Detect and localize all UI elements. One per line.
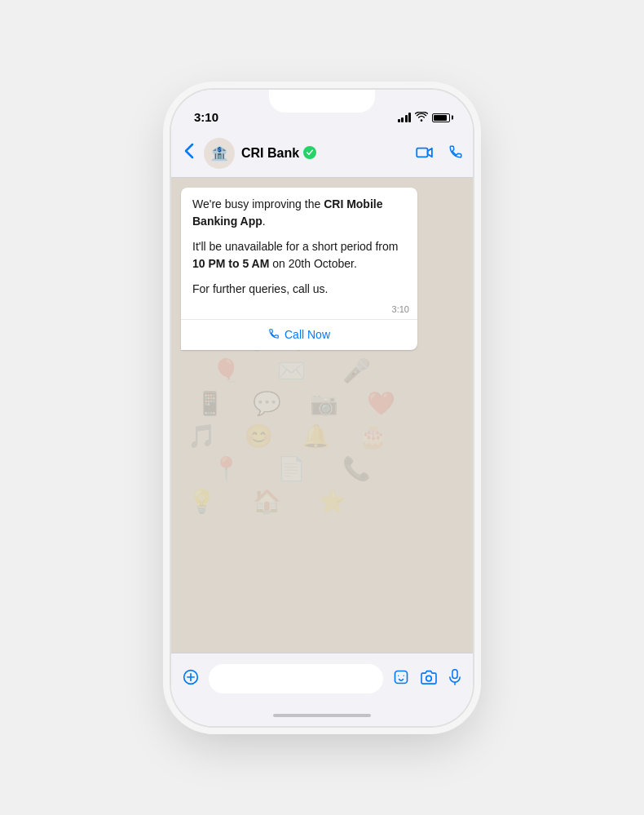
- input-bar: [171, 653, 473, 705]
- message-text: We're busy improving the CRI Mobile Bank…: [192, 196, 406, 298]
- avatar: 🏦: [204, 138, 235, 169]
- svg-rect-5: [452, 669, 457, 678]
- phone-call-icon[interactable]: [448, 144, 463, 163]
- contact-info: CRI Bank: [241, 146, 409, 162]
- call-now-label: Call Now: [285, 328, 330, 341]
- home-indicator: [171, 705, 473, 726]
- call-now-button[interactable]: Call Now: [181, 320, 417, 350]
- message-input[interactable]: [209, 664, 383, 693]
- battery-icon: [432, 113, 450, 122]
- attach-button[interactable]: [183, 667, 199, 690]
- wifi-icon: [415, 112, 428, 124]
- contact-name: CRI Bank: [241, 146, 299, 161]
- svg-point-0: [303, 146, 316, 159]
- mic-icon[interactable]: [448, 669, 461, 689]
- message-paragraph-3: For further queries, call us.: [192, 281, 406, 298]
- camera-icon[interactable]: [421, 670, 437, 689]
- chat-area: 📱 💬 🎵 📷 ❤️ 🎤 📍 🎂 😊 📄 🔔 🎁 📞 💡 🏠 ⭐ 🎯 📎 🔑 💎…: [171, 178, 473, 653]
- svg-rect-3: [395, 671, 408, 683]
- back-button[interactable]: [181, 140, 197, 167]
- message-timestamp: 3:10: [392, 304, 409, 314]
- signal-icon: [398, 113, 412, 122]
- message-container: We're busy improving the CRI Mobile Bank…: [181, 188, 463, 350]
- message-paragraph-1: We're busy improving the CRI Mobile Bank…: [192, 196, 406, 230]
- message-content: We're busy improving the CRI Mobile Bank…: [181, 188, 417, 303]
- status-time: 3:10: [194, 110, 218, 124]
- chat-header: 🏦 CRI Bank: [171, 131, 473, 178]
- verified-badge: [303, 146, 316, 162]
- header-actions: [416, 144, 463, 163]
- message-footer: 3:10: [181, 303, 417, 319]
- svg-rect-1: [417, 148, 427, 157]
- call-now-phone-icon: [268, 328, 280, 342]
- svg-point-4: [426, 675, 432, 681]
- phone-notch: [269, 90, 375, 113]
- message-bubble: We're busy improving the CRI Mobile Bank…: [181, 188, 417, 350]
- input-actions: [393, 669, 461, 689]
- message-paragraph-2: It'll be unavailable for a short period …: [192, 238, 406, 272]
- sticker-icon[interactable]: [393, 669, 409, 689]
- status-icons: [398, 112, 451, 124]
- video-call-icon[interactable]: [416, 144, 434, 163]
- home-bar: [273, 714, 371, 717]
- phone-frame: 3:10: [171, 90, 473, 726]
